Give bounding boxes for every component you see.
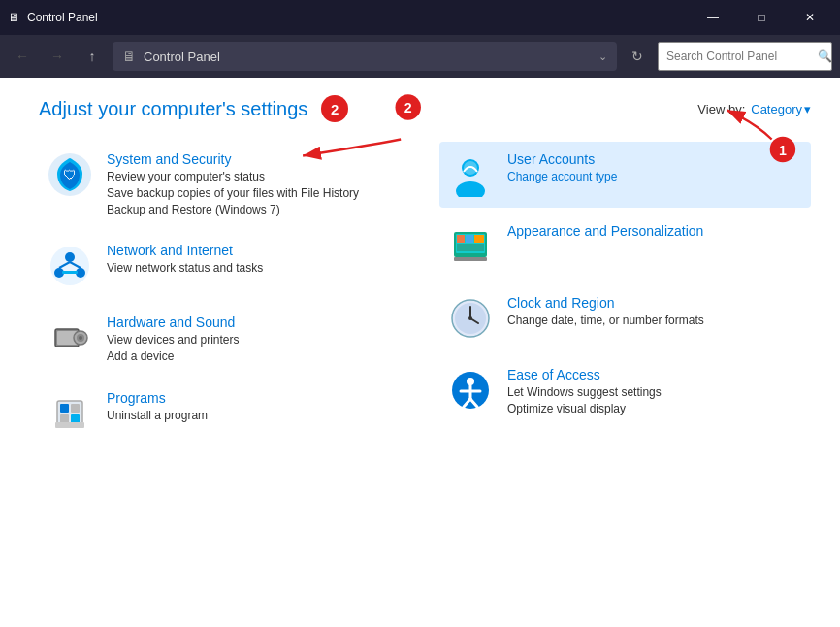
svg-point-34 bbox=[468, 316, 472, 320]
clock-region-title[interactable]: Clock and Region bbox=[507, 295, 704, 311]
network-internet-text: Network and Internet View network status… bbox=[107, 243, 263, 277]
address-text: Control Panel bbox=[144, 50, 591, 64]
hardware-sound-title[interactable]: Hardware and Sound bbox=[107, 314, 240, 330]
ease-access-item[interactable]: Ease of Access Let Windows suggest setti… bbox=[439, 357, 811, 427]
nav-bar: ← → ↑ 🖥 Control Panel ⌄ ↻ 🔍 bbox=[0, 35, 840, 78]
annotation-badge-2: 2 bbox=[321, 95, 348, 122]
user-accounts-title[interactable]: User Accounts bbox=[507, 151, 617, 167]
forward-button[interactable]: → bbox=[43, 42, 72, 71]
network-internet-title[interactable]: Network and Internet bbox=[107, 243, 263, 258]
view-by-dropdown[interactable]: Category ▾ bbox=[751, 102, 811, 116]
svg-rect-27 bbox=[466, 235, 473, 243]
system-security-item[interactable]: 🛡 System and Security Review your comput… bbox=[39, 142, 410, 227]
svg-rect-17 bbox=[60, 414, 69, 423]
ease-access-sub: Let Windows suggest settingsOptimize vis… bbox=[507, 384, 662, 417]
up-button[interactable]: ↑ bbox=[78, 42, 107, 71]
svg-rect-25 bbox=[454, 257, 487, 261]
ease-access-title[interactable]: Ease of Access bbox=[507, 367, 662, 382]
clock-region-sub: Change date, time, or number formats bbox=[507, 313, 704, 329]
appearance-item[interactable]: Appearance and Personalization bbox=[439, 214, 811, 280]
close-button[interactable]: ✕ bbox=[788, 0, 832, 35]
network-internet-icon bbox=[47, 243, 93, 289]
right-column: User Accounts Change account type bbox=[430, 132, 821, 627]
appearance-text: Appearance and Personalization bbox=[507, 223, 703, 239]
refresh-button[interactable]: ↻ bbox=[623, 42, 652, 71]
search-bar[interactable]: 🔍 bbox=[658, 42, 832, 71]
system-security-icon: 🛡 bbox=[47, 151, 93, 198]
window-controls: — □ ✕ bbox=[691, 0, 832, 35]
svg-point-3 bbox=[65, 252, 75, 262]
system-security-text: System and Security Review your computer… bbox=[107, 151, 359, 217]
address-icon: 🖥 bbox=[122, 49, 136, 64]
svg-rect-26 bbox=[457, 235, 465, 243]
view-by-chevron-icon: ▾ bbox=[804, 102, 811, 116]
maximize-button[interactable]: □ bbox=[739, 0, 784, 35]
programs-text: Programs Uninstall a program bbox=[107, 390, 208, 424]
svg-rect-15 bbox=[60, 404, 69, 412]
programs-title[interactable]: Programs bbox=[107, 390, 208, 406]
app-icon: 🖥 bbox=[8, 11, 19, 24]
svg-rect-29 bbox=[457, 244, 484, 251]
page-title: Adjust your computer's settings bbox=[39, 98, 307, 120]
svg-rect-16 bbox=[71, 404, 80, 412]
hardware-sound-text: Hardware and Sound View devices and prin… bbox=[107, 314, 240, 365]
svg-point-13 bbox=[79, 336, 82, 340]
system-security-sub: Review your computer's status Save backu… bbox=[107, 169, 359, 217]
address-bar[interactable]: 🖥 Control Panel ⌄ bbox=[113, 42, 617, 71]
svg-text:🛡: 🛡 bbox=[63, 167, 77, 182]
svg-rect-18 bbox=[71, 414, 80, 423]
hardware-sound-item[interactable]: Hardware and Sound View devices and prin… bbox=[39, 305, 410, 375]
svg-rect-19 bbox=[55, 422, 84, 428]
hardware-sound-icon bbox=[47, 314, 93, 361]
categories-columns: 🛡 System and Security Review your comput… bbox=[0, 132, 840, 627]
programs-item[interactable]: Programs Uninstall a program bbox=[39, 380, 410, 446]
user-accounts-icon bbox=[447, 151, 494, 198]
network-internet-sub: View network status and tasks bbox=[107, 260, 263, 277]
content-header: Adjust your computer's settings 2 View b… bbox=[0, 78, 840, 132]
programs-icon bbox=[47, 390, 93, 437]
svg-rect-28 bbox=[474, 235, 484, 243]
address-chevron-icon: ⌄ bbox=[598, 50, 607, 63]
clock-region-icon bbox=[447, 295, 494, 342]
search-input[interactable] bbox=[666, 50, 812, 63]
view-by: View by: Category ▾ bbox=[697, 102, 811, 116]
back-button[interactable]: ← bbox=[8, 42, 37, 71]
clock-region-text: Clock and Region Change date, time, or n… bbox=[507, 295, 704, 329]
view-by-label: View by: bbox=[697, 102, 745, 116]
window-title: Control Panel bbox=[27, 11, 691, 24]
title-bar: 🖥 Control Panel — □ ✕ bbox=[0, 0, 840, 35]
network-internet-item[interactable]: Network and Internet View network status… bbox=[39, 233, 410, 299]
user-accounts-sub: Change account type bbox=[507, 169, 617, 185]
system-security-title[interactable]: System and Security bbox=[107, 151, 359, 167]
ease-access-text: Ease of Access Let Windows suggest setti… bbox=[507, 367, 662, 417]
minimize-button[interactable]: — bbox=[691, 0, 735, 35]
appearance-title[interactable]: Appearance and Personalization bbox=[507, 223, 703, 239]
programs-sub: Uninstall a program bbox=[107, 408, 208, 424]
svg-rect-8 bbox=[62, 271, 78, 274]
search-icon: 🔍 bbox=[818, 50, 832, 63]
change-account-type-link[interactable]: Change account type bbox=[507, 170, 617, 183]
user-accounts-item[interactable]: User Accounts Change account type bbox=[439, 142, 811, 208]
clock-region-item[interactable]: Clock and Region Change date, time, or n… bbox=[439, 285, 811, 351]
ease-access-icon bbox=[447, 367, 494, 413]
svg-point-21 bbox=[456, 182, 485, 197]
appearance-icon bbox=[447, 223, 494, 270]
user-accounts-text: User Accounts Change account type bbox=[507, 151, 617, 185]
hardware-sound-sub: View devices and printersAdd a device bbox=[107, 332, 240, 365]
main-content: Adjust your computer's settings 2 View b… bbox=[0, 78, 840, 627]
left-column: 🛡 System and Security Review your comput… bbox=[19, 132, 430, 627]
